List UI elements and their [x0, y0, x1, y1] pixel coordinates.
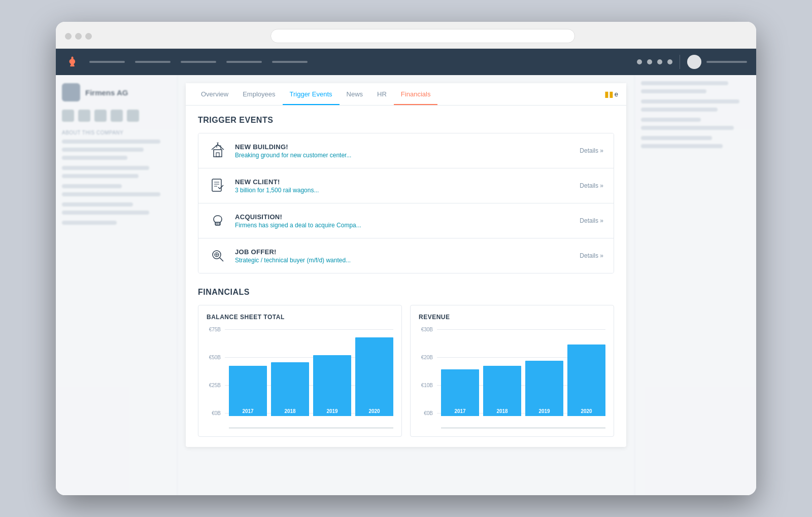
event-item-building: NEW BUILDING! Breaking ground for new cu… — [198, 133, 614, 168]
address-bar[interactable] — [270, 29, 575, 43]
sidebar-company-header: Firmens AG — [62, 83, 171, 101]
topbar-indicator-2 — [647, 59, 652, 64]
event-acquisition-subtitle: Firmens has signed a deal to acquire Com… — [235, 222, 580, 229]
right-line-7 — [641, 136, 712, 140]
sidebar-action-icons — [62, 110, 171, 122]
nav-item-5[interactable] — [272, 61, 308, 63]
topbar-indicator-4 — [667, 59, 672, 64]
trigger-events-list: NEW BUILDING! Breaking ground for new cu… — [198, 133, 614, 273]
fullscreen-dot[interactable] — [85, 33, 92, 40]
topbar-right — [637, 55, 747, 69]
event-acquisition-title: ACQUISITION! — [235, 213, 580, 221]
balance-sheet-bars: 2017 2018 — [229, 327, 393, 416]
sidebar-field-9 — [62, 211, 149, 215]
event-building-details[interactable]: Details » — [580, 147, 603, 154]
svg-rect-7 — [212, 179, 221, 191]
event-client-details[interactable]: Details » — [580, 182, 603, 189]
card-content: TRIGGER EVENTS — [186, 106, 626, 447]
close-dot[interactable] — [65, 33, 72, 40]
tab-overview[interactable]: Overview — [194, 83, 235, 105]
sidebar-icon-3[interactable] — [94, 110, 107, 122]
event-item-client: NEW CLIENT! 3 billion for 1,500 rail wag… — [198, 168, 614, 203]
event-job-details[interactable]: Details » — [580, 252, 603, 259]
topbar-nav — [89, 61, 627, 63]
minimize-dot[interactable] — [75, 33, 82, 40]
revenue-area: €30B €20B — [419, 327, 605, 428]
bar-value-2019-revenue: 2019 — [525, 361, 563, 416]
badge-text: e — [615, 90, 618, 98]
main-card: Overview Employees Trigger Events News H… — [186, 83, 626, 447]
event-job-text: JOB OFFER! Strategic / technical buyer (… — [235, 248, 580, 264]
balance-sheet-title: BALANCE SHEET TOTAL — [207, 314, 393, 321]
sidebar-icon-2[interactable] — [78, 110, 90, 122]
bar-label-2020-balance: 2020 — [368, 408, 380, 414]
bar-label-2018-balance: 2018 — [284, 408, 295, 414]
svg-rect-3 — [216, 153, 219, 157]
bar-2019-balance: 2019 — [313, 327, 351, 416]
nav-item-2[interactable] — [135, 61, 171, 63]
building-icon — [209, 142, 227, 160]
browser-dots — [65, 33, 92, 40]
tab-news[interactable]: News — [340, 83, 370, 105]
event-building-title: NEW BUILDING! — [235, 143, 580, 151]
sidebar-icon-4[interactable] — [111, 110, 123, 122]
app-topbar — [56, 49, 756, 75]
acquisition-icon — [209, 212, 227, 230]
bar-value-2018-balance: 2018 — [271, 362, 309, 416]
sidebar-icon-5[interactable] — [127, 110, 139, 122]
nav-item-1[interactable] — [89, 61, 125, 63]
sidebar-field-7 — [62, 192, 160, 196]
rev-label-0b: €0B — [419, 410, 437, 416]
tab-employees[interactable]: Employees — [235, 83, 282, 105]
browser-chrome — [56, 22, 756, 49]
label-0b: €0B — [207, 410, 225, 416]
main-content: Overview Employees Trigger Events News H… — [178, 75, 634, 495]
browser-shell: Firmens AG About this company — [56, 22, 756, 495]
nav-item-3[interactable] — [181, 61, 216, 63]
sidebar-field-1 — [62, 140, 160, 144]
financials-section: FINANCIALS BALANCE SHEET TOTAL — [198, 288, 614, 437]
sidebar: Firmens AG About this company — [56, 75, 178, 495]
revenue-bars: 2017 2018 — [441, 327, 605, 416]
job-icon — [209, 247, 227, 265]
sidebar-field-6 — [62, 184, 122, 188]
event-acquisition-text: ACQUISITION! Firmens has signed a deal t… — [235, 213, 580, 229]
right-line-5 — [641, 118, 701, 122]
right-line-3 — [641, 99, 739, 104]
bar-label-2019-revenue: 2019 — [538, 408, 550, 414]
client-icon — [209, 177, 227, 195]
bar-2017-balance: 2017 — [229, 327, 267, 416]
event-building-subtitle: Breaking ground for new customer center.… — [235, 152, 580, 159]
bar-value-2020-revenue: 2020 — [567, 344, 605, 416]
bar-label-2017-balance: 2017 — [242, 408, 253, 414]
event-client-text: NEW CLIENT! 3 billion for 1,500 rail wag… — [235, 178, 580, 194]
bar-2017-revenue: 2017 — [441, 327, 479, 416]
tab-trigger-events[interactable]: Trigger Events — [283, 83, 340, 105]
sidebar-field-8 — [62, 202, 133, 206]
revenue-x-axis — [441, 428, 605, 428]
right-line-2 — [641, 89, 706, 93]
user-avatar[interactable] — [687, 55, 701, 69]
tabs-bar: Overview Employees Trigger Events News H… — [186, 83, 626, 106]
right-panel — [634, 75, 756, 495]
revenue-chart: REVENUE €30B — [410, 305, 614, 437]
bar-value-2018-revenue: 2018 — [483, 366, 521, 416]
topbar-indicator-3 — [657, 59, 662, 64]
tab-financials[interactable]: Financials — [394, 83, 438, 105]
financials-title: FINANCIALS — [198, 288, 614, 297]
event-job-title: JOB OFFER! — [235, 248, 580, 256]
charts-row: BALANCE SHEET TOTAL €75B — [198, 305, 614, 437]
sidebar-field-5 — [62, 174, 139, 178]
event-acquisition-details[interactable]: Details » — [580, 217, 603, 224]
hubspot-logo — [65, 55, 79, 69]
topbar-divider — [680, 55, 680, 69]
right-line-6 — [641, 126, 734, 130]
sidebar-icon-1[interactable] — [62, 110, 74, 122]
label-25b: €25B — [207, 383, 225, 388]
bar-label-2020-revenue: 2020 — [581, 408, 592, 414]
nav-item-4[interactable] — [226, 61, 262, 63]
tab-hr[interactable]: HR — [370, 83, 394, 105]
event-client-subtitle: 3 billion for 1,500 rail wagons... — [235, 187, 580, 194]
sidebar-field-10 — [62, 221, 117, 225]
bar-label-2018-revenue: 2018 — [496, 408, 507, 414]
